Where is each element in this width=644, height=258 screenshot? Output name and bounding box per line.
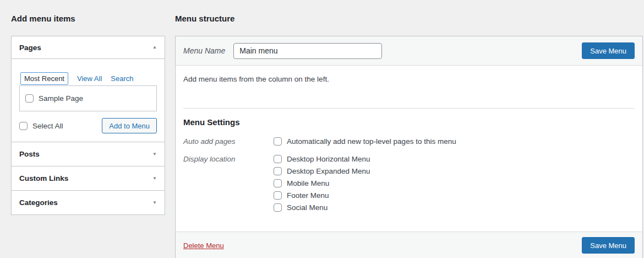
auto-add-option-row[interactable]: Automatically add new top-level pages to… bbox=[274, 137, 456, 146]
accordion-label-categories: Categories bbox=[19, 198, 58, 207]
chevron-down-icon[interactable]: ▼ bbox=[152, 201, 157, 205]
menu-settings-title: Menu Settings bbox=[183, 117, 635, 127]
add-menu-items-title: Add menu items bbox=[11, 13, 165, 24]
auto-add-checkbox[interactable] bbox=[274, 137, 282, 146]
menu-items-metabox: Pages ▲ Most Recent View All Search Samp… bbox=[11, 36, 165, 215]
accordion-header-posts[interactable]: Posts ▼ bbox=[12, 142, 165, 166]
display-location-row: Display location Desktop Horizontal Menu… bbox=[183, 154, 635, 215]
menu-structure-title: Menu structure bbox=[175, 13, 643, 24]
location-row-mobile[interactable]: Mobile Menu bbox=[274, 179, 370, 188]
pages-tabs: Most Recent View All Search bbox=[20, 72, 157, 84]
chevron-down-icon[interactable]: ▼ bbox=[152, 176, 157, 181]
chevron-up-icon[interactable]: ▲ bbox=[152, 45, 157, 50]
save-menu-button-top[interactable]: Save Menu bbox=[582, 42, 635, 59]
location-checkbox-mobile[interactable] bbox=[274, 179, 282, 187]
select-all-label: Select All bbox=[32, 122, 63, 130]
location-checkbox-desktop-horizontal[interactable] bbox=[274, 155, 282, 163]
location-row-footer[interactable]: Footer Menu bbox=[274, 191, 370, 200]
accordion-header-categories[interactable]: Categories ▼ bbox=[12, 190, 165, 214]
menu-name-label: Menu Name bbox=[183, 46, 225, 55]
empty-menu-message: Add menu items from the column on the le… bbox=[183, 74, 635, 84]
tab-most-recent[interactable]: Most Recent bbox=[20, 72, 68, 85]
location-label: Mobile Menu bbox=[287, 179, 329, 188]
location-label: Desktop Horizontal Menu bbox=[287, 154, 370, 164]
location-checkbox-footer[interactable] bbox=[274, 191, 282, 200]
menu-editor-body: Add menu items from the column on the le… bbox=[176, 66, 642, 232]
location-checkbox-desktop-expanded[interactable] bbox=[274, 167, 282, 175]
tab-search[interactable]: Search bbox=[111, 74, 133, 83]
pages-checklist: Sample Page bbox=[19, 85, 157, 111]
chevron-down-icon[interactable]: ▼ bbox=[152, 152, 157, 157]
add-menu-items-column: Add menu items Pages ▲ Most Recent View … bbox=[11, 13, 165, 215]
accordion-header-pages[interactable]: Pages ▲ bbox=[12, 36, 165, 59]
auto-add-pages-row: Auto add pages Automatically add new top… bbox=[183, 137, 635, 149]
list-item-sample-page[interactable]: Sample Page bbox=[25, 94, 151, 103]
location-row-desktop-expanded[interactable]: Desktop Expanded Menu bbox=[274, 166, 370, 176]
settings-divider bbox=[183, 108, 635, 109]
delete-menu-link[interactable]: Delete Menu bbox=[183, 241, 224, 250]
pages-panel: Most Recent View All Search Sample Page … bbox=[12, 59, 165, 142]
menu-name-bar: Menu Name Save Menu bbox=[176, 36, 642, 66]
sample-page-label: Sample Page bbox=[39, 94, 83, 103]
tab-view-all[interactable]: View All bbox=[77, 74, 102, 83]
menu-structure-column: Menu structure Menu Name Save Menu Add m… bbox=[175, 13, 643, 258]
menu-editor-panel: Menu Name Save Menu Add menu items from … bbox=[175, 36, 643, 258]
accordion-label-posts: Posts bbox=[19, 150, 40, 158]
location-row-social[interactable]: Social Menu bbox=[274, 203, 370, 212]
select-all-checkbox[interactable] bbox=[19, 122, 28, 130]
menu-name-input[interactable] bbox=[233, 43, 382, 59]
add-to-menu-button[interactable]: Add to Menu bbox=[102, 118, 157, 133]
location-label: Desktop Expanded Menu bbox=[287, 166, 370, 176]
location-label: Footer Menu bbox=[287, 191, 329, 200]
select-all-row[interactable]: Select All bbox=[19, 122, 63, 130]
save-menu-button-bottom[interactable]: Save Menu bbox=[582, 237, 635, 254]
accordion-header-custom-links[interactable]: Custom Links ▼ bbox=[12, 166, 165, 190]
location-checkbox-social[interactable] bbox=[274, 203, 282, 212]
location-label: Social Menu bbox=[287, 203, 328, 212]
sample-page-checkbox[interactable] bbox=[25, 94, 34, 103]
auto-add-option-label: Automatically add new top-level pages to… bbox=[287, 137, 456, 146]
auto-add-pages-label: Auto add pages bbox=[183, 137, 274, 146]
accordion-label-custom-links: Custom Links bbox=[19, 174, 68, 182]
display-location-label: Display location bbox=[183, 154, 274, 163]
location-row-desktop-horizontal[interactable]: Desktop Horizontal Menu bbox=[274, 154, 370, 164]
accordion-label-pages: Pages bbox=[19, 44, 41, 52]
menu-editor-footer: Delete Menu Save Menu bbox=[176, 232, 642, 258]
pages-actions-row: Select All Add to Menu bbox=[19, 118, 157, 133]
